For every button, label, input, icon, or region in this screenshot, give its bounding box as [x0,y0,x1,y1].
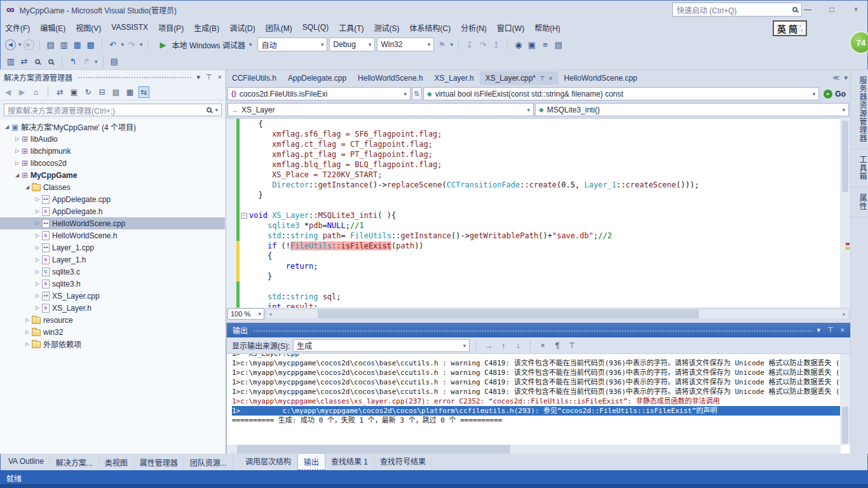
step-over-icon[interactable]: ↷ [477,38,489,51]
se-pending-changes-icon[interactable]: ▣ [69,86,79,98]
scope-combo[interactable]: → XS_Layer ▾ [227,103,534,116]
code-editor[interactable]: { xmflag.sf6_flag = SF6_flagpoint.flag; … [226,118,840,308]
immediate-window-icon[interactable]: ≡ [539,38,551,51]
va-outline-icon[interactable]: ▤ [109,55,120,68]
tool-tab[interactable]: 查找结果 1 [325,453,374,471]
start-debug-button[interactable]: ▶ 本地 Windows 调试器 ▾ [154,38,256,51]
va-nav-forward-icon[interactable]: ↱ [81,55,92,68]
tree-item[interactable]: ▷外部依赖项 [0,338,225,350]
output-line[interactable]: 1>c:\myapp\mycppgame\cocos2d\cocos\base\… [232,368,841,377]
tree-expander-icon[interactable]: ◢ [13,172,22,178]
navigate-backward-icon[interactable]: ◀ [5,39,16,50]
code-line[interactable]: } [226,190,840,200]
tool-tab[interactable]: 团队资源... [184,454,233,470]
tree-expander-icon[interactable]: ▷ [33,220,42,226]
save-all-icon[interactable]: ▩ [85,38,97,51]
previous-message-icon[interactable]: ↑ [498,340,509,351]
tree-item[interactable]: ▷++AppDelegate.cpp [0,193,225,205]
va-definition-combo[interactable]: ◆ virtual bool isFileExist(const std::st… [423,87,819,100]
code-line[interactable] [226,281,840,292]
search-options-caret[interactable]: ▾ [215,107,218,113]
solution-explorer-header[interactable]: 解决方案资源管理器 ▾ ⊤ × [0,70,226,84]
tree-expander-icon[interactable]: ▷ [33,257,42,262]
se-back-icon[interactable]: ◀ [3,86,13,98]
scroll-right-icon[interactable]: ▸ [843,311,846,317]
undo-icon[interactable]: ↶ [107,38,119,51]
step-into-icon[interactable]: ↧ [464,38,475,51]
pin-messages-icon[interactable]: ⊤ [566,340,578,351]
maximize-button[interactable]: □ [824,5,840,14]
tree-item[interactable]: ▷++Layer_1.cpp [0,241,225,254]
tool-tab[interactable]: 输出 [297,453,325,471]
new-project-icon[interactable]: ▤ [45,38,57,51]
tree-item[interactable]: ▷++HelloWorldScene.cpp [0,217,225,229]
tree-item[interactable]: ▷resource [0,314,225,326]
tool-tab[interactable]: 解决方案... [50,454,99,470]
va-nav-caret[interactable]: ▾ [95,58,98,65]
redo-icon[interactable]: ↷ [126,38,137,51]
tree-expander-icon[interactable]: ▷ [33,305,42,311]
code-line[interactable]: sqlite3 *pdb=NULL;//1 [226,220,840,231]
tab-scroll-icon[interactable]: ≪ [832,74,840,82]
scrollbar-thumb[interactable] [842,407,848,444]
menu-item[interactable]: SQL(Q) [297,19,334,36]
se-refresh-icon[interactable]: ↻ [83,86,93,98]
code-line[interactable] [226,200,840,210]
document-tab[interactable]: AppDelegate.cpp [282,71,352,85]
tree-item[interactable]: ▷hsqlite3.h [0,278,225,290]
breakpoints-window-icon[interactable]: ▣ [526,38,538,51]
se-switch-views-icon[interactable]: ⇄ [55,86,65,98]
code-line[interactable]: std::string path= FileUtils::getInstance… [226,231,840,241]
tree-item[interactable]: ▷⊞libchipmunk [0,145,225,157]
va-open-corresponding-file-icon[interactable]: ⇄ [18,55,30,68]
se-properties-icon[interactable]: ▦ [125,86,135,98]
output-line[interactable]: ========== 生成: 成功 0 个，失败 1 个，最新 3 个，跳过 0… [232,416,841,425]
side-tool-tab[interactable]: 工具箱 [851,149,868,187]
collapse-region-icon[interactable]: − [241,213,247,219]
document-tab[interactable]: XS_Layer.h [429,71,480,85]
scroll-left-icon[interactable]: ◂ [269,311,272,317]
output-line[interactable]: 1>c:\myapp\mycppgame\cocos2d\cocos\base\… [232,358,841,368]
menu-item[interactable]: 生成(B) [189,19,224,36]
code-line[interactable]: Director::getInstance()->replaceScene(CC… [226,180,840,190]
pin-tab-icon[interactable]: ⊤ [539,75,545,82]
tree-expander-icon[interactable]: ▷ [33,293,42,299]
code-line[interactable]: XS_Place = T220KV_START; [226,170,840,180]
menu-item[interactable]: 工具(T) [334,19,369,36]
output-line[interactable]: 1>c:\myapp\mycppgame\cocos2d\cocos\base\… [232,387,841,396]
navigate-forward-icon[interactable]: ▶ [24,39,34,50]
output-horizontal-scrollbar[interactable] [227,445,841,454]
find-in-files-icon[interactable] [32,55,43,68]
code-line[interactable]: xmflag.pt_flag = PT_flagpoint.flag; [226,149,840,159]
output-line[interactable]: 1> c:\myapp\mycppgame\cocos2d\cocos\plat… [232,406,841,416]
menu-item[interactable]: 体系结构(C) [404,19,456,36]
code-line[interactable]: return; [226,261,840,271]
tree-expander-icon[interactable]: ▷ [23,317,32,323]
scrollbar-thumb[interactable] [842,121,848,192]
ime-indicator[interactable]: 英 简 ’, [773,20,807,36]
tool-tab[interactable]: VA Outline [3,454,50,470]
redo-caret[interactable]: ▾ [140,41,143,48]
tree-item[interactable]: ◢Classes [0,181,225,193]
tree-expander-icon[interactable]: ▷ [33,269,42,274]
menu-item[interactable]: 分析(N) [456,19,492,36]
output-source-combo[interactable]: 生成 ▾ [293,339,470,352]
menu-item[interactable]: 调试(D) [224,19,261,36]
tool-tab[interactable]: 类视图 [99,454,134,470]
output-header[interactable]: 输出 ▾ ⊤ × [227,323,850,337]
tree-item[interactable]: ▷++XS_Layer.cpp [0,290,225,302]
editor-vertical-scrollbar[interactable] [840,118,850,308]
tree-item[interactable]: ▷hLayer_1.h [0,254,225,266]
document-tab[interactable]: HelloWorldScene.cpp [559,71,643,85]
va-context-combo[interactable]: {} cocos2d.FileUtils.isFileExi ▾ [227,87,410,100]
tool-tab[interactable]: 查找符号结果 [374,453,432,471]
output-window-icon[interactable]: ▤ [553,38,564,51]
tree-expander-icon[interactable]: ▷ [23,329,32,335]
open-file-icon[interactable]: ▥ [58,38,70,51]
side-tool-tab[interactable]: 服务器资源管理器 [851,70,868,149]
tree-expander-icon[interactable]: ▷ [13,136,22,142]
menu-item[interactable]: 团队(M) [261,19,297,36]
menu-item[interactable]: 文件(F) [0,19,35,36]
profiler-caret[interactable]: ▾ [450,41,453,48]
zoom-combo[interactable]: 100 % ▾ [227,308,264,320]
